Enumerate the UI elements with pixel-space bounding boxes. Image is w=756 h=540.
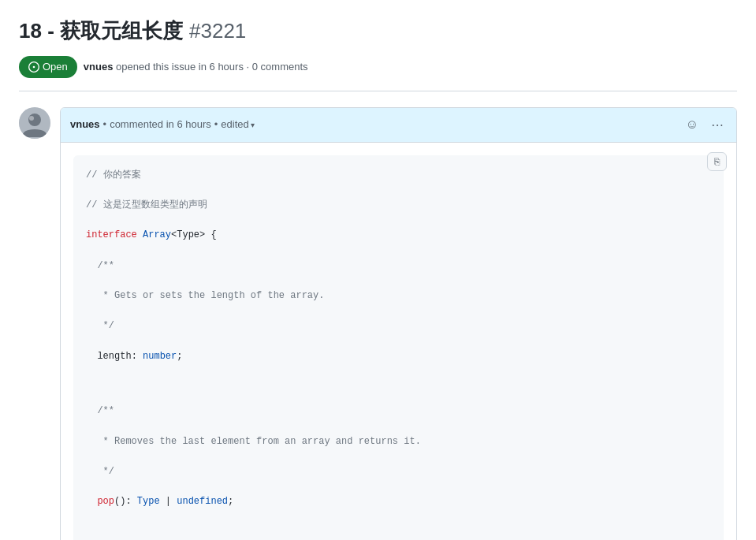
comment-box: vnues • commented in 6 hours • edited ▾ … <box>60 107 737 541</box>
comment-header-right: ☺ ⋯ <box>683 114 727 136</box>
copy-button[interactable]: ⎘ <box>707 152 727 171</box>
comment-header-left: vnues • commented in 6 hours • edited ▾ <box>70 117 255 132</box>
code-jsdoc1-body: * Gets or sets the length of the array. <box>86 289 711 304</box>
emoji-icon: ☺ <box>686 117 698 132</box>
issue-meta-action: opened this issue in 6 hours · 0 comment… <box>116 61 308 73</box>
comment-time: commented in 6 hours <box>110 117 211 132</box>
code-jsdoc2-body: * Removes the last element from an array… <box>86 434 711 449</box>
edited-dropdown[interactable]: edited ▾ <box>221 117 254 132</box>
code-jsdoc2-open: /** <box>86 404 711 419</box>
comment-header: vnues • commented in 6 hours • edited ▾ … <box>61 108 736 143</box>
code-jsdoc2-close: */ <box>86 464 711 479</box>
code-length-line: length: number; <box>86 349 711 364</box>
chevron-down-icon: ▾ <box>251 119 255 131</box>
code-comment-1: // 你的答案 <box>86 168 711 183</box>
edited-label: edited <box>221 117 248 132</box>
issue-title-text: 18 - 获取元组长度 <box>19 16 183 47</box>
comment-section: vnues • commented in 6 hours • edited ▾ … <box>19 107 737 541</box>
page-container: 18 - 获取元组长度 #3221 Open vnues opened this… <box>0 0 756 540</box>
code-jsdoc1-open: /** <box>86 259 711 274</box>
issue-meta-text: vnues opened this issue in 6 hours · 0 c… <box>84 59 308 75</box>
comment-body: ⎘ // 你的答案 // 这是泛型数组类型的声明 interface Array… <box>61 143 736 541</box>
issue-title-row: 18 - 获取元组长度 #3221 <box>19 16 737 47</box>
code-comment-2: // 这是泛型数组类型的声明 <box>86 198 711 213</box>
copy-icon: ⎘ <box>714 156 720 167</box>
avatar <box>19 107 50 139</box>
code-jsdoc1-close: */ <box>86 318 711 333</box>
comment-separator: • <box>103 117 107 132</box>
badge-label: Open <box>43 59 68 75</box>
issue-number: #3221 <box>189 16 246 47</box>
more-options-button[interactable]: ⋯ <box>708 114 727 136</box>
code-pop-line: pop(): Type | undefined; <box>86 494 711 509</box>
issue-author: vnues <box>84 61 114 73</box>
code-block: // 你的答案 // 这是泛型数组类型的声明 interface Array<T… <box>73 155 724 541</box>
circle-dot-icon <box>28 61 39 73</box>
open-badge: Open <box>19 56 77 78</box>
issue-meta-row: Open vnues opened this issue in 6 hours … <box>19 56 737 91</box>
code-interface-line: interface Array<Type> { <box>86 228 711 243</box>
more-icon: ⋯ <box>711 117 724 132</box>
emoji-button[interactable]: ☺ <box>683 114 702 135</box>
comment-username[interactable]: vnues <box>70 117 100 132</box>
svg-point-2 <box>29 116 34 121</box>
